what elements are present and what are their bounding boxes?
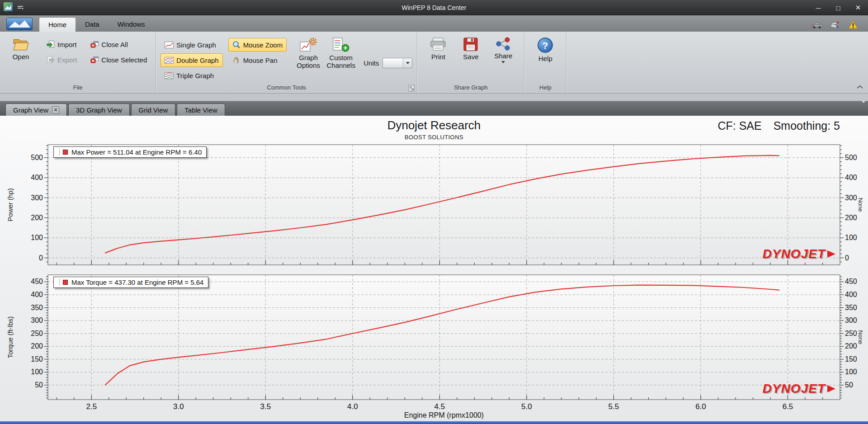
- svg-text:50: 50: [845, 381, 853, 389]
- maximize-button[interactable]: □: [828, 1, 848, 14]
- power-right-axis-label: None: [857, 198, 864, 212]
- torque-series-swatch-icon: [63, 280, 68, 285]
- graph-options-label: Graph Options: [294, 54, 322, 69]
- graph-options-icon: [300, 37, 317, 52]
- units-dropdown-arrow-icon[interactable]: [403, 58, 412, 68]
- collapse-ribbon-button[interactable]: [856, 83, 863, 91]
- svg-text:300: 300: [845, 316, 857, 324]
- window-title: WinPEP 8 Data Center: [0, 4, 868, 11]
- import-button[interactable]: Import: [42, 38, 81, 51]
- bottom-accent-bar: [0, 421, 868, 424]
- print-label: Print: [431, 53, 445, 61]
- svg-text:100: 100: [31, 234, 43, 241]
- share-button[interactable]: Share: [487, 34, 519, 63]
- svg-text:6.0: 6.0: [695, 402, 706, 411]
- units-dropdown[interactable]: [382, 58, 412, 68]
- svg-text:500: 500: [845, 154, 857, 161]
- tab-graph-view[interactable]: Graph View ✕: [5, 104, 67, 116]
- ribbon-group-help: ? Help Help: [524, 32, 566, 93]
- close-selected-icon: [90, 56, 99, 63]
- mouse-zoom-button[interactable]: Mouse Zoom: [228, 38, 287, 52]
- print-button[interactable]: Print: [422, 34, 454, 61]
- torque-chart-plot[interactable]: 5050100100150150200200250250300300350350…: [0, 272, 868, 421]
- common-tools-dialog-launcher[interactable]: [408, 85, 415, 91]
- svg-text:300: 300: [845, 194, 857, 202]
- save-button[interactable]: Save: [454, 34, 487, 61]
- tab-grid-view[interactable]: Grid View: [131, 104, 176, 116]
- legend-key-cell: [56, 278, 60, 286]
- titlebar: WinPEP 8 Data Center ─ □ ✕: [0, 0, 868, 15]
- chart-header: Dynojet Research BOOST SOLUTIONS CF: SAE…: [0, 116, 868, 141]
- power-legend-text: Max Power = 511.04 at Engine RPM = 6.40: [71, 148, 202, 156]
- close-button[interactable]: ✕: [848, 1, 868, 14]
- ribbon-lower-strip: [0, 94, 868, 101]
- dynojet-logo-text: DYNOJET: [763, 382, 826, 396]
- help-label: Help: [538, 55, 552, 62]
- power-legend[interactable]: Max Power = 511.04 at Engine RPM = 6.40: [53, 146, 207, 158]
- app-icon[interactable]: [4, 2, 13, 13]
- svg-text:5.5: 5.5: [609, 402, 619, 411]
- correction-factor-label: CF: SAESmoothing: 5: [717, 119, 840, 132]
- open-folder-icon: [13, 37, 29, 52]
- tab-table-view[interactable]: Table View: [177, 104, 225, 116]
- tab-table-view-label: Table View: [184, 106, 217, 114]
- close-tab-icon[interactable]: ✕: [52, 106, 59, 113]
- svg-text:100: 100: [845, 234, 857, 241]
- share-dropdown-arrow-icon[interactable]: [501, 61, 505, 63]
- svg-text:3.5: 3.5: [260, 402, 271, 411]
- svg-text:200: 200: [845, 342, 857, 350]
- minimize-button[interactable]: ─: [808, 1, 828, 14]
- graph-view-panel: Dynojet Research BOOST SOLUTIONS CF: SAE…: [0, 116, 868, 424]
- share-label: Share: [494, 52, 512, 60]
- custom-channels-label: Custom Channels: [326, 54, 356, 69]
- common-tools-group-label: Common Tools: [156, 83, 417, 93]
- graph-options-button[interactable]: Graph Options: [292, 34, 325, 69]
- triple-graph-button[interactable]: Triple Graph: [160, 69, 222, 82]
- svg-text:500: 500: [31, 154, 43, 161]
- quick-access-icon[interactable]: [17, 5, 24, 10]
- help-button[interactable]: ? Help: [529, 34, 561, 62]
- view-tab-strip: Graph View ✕ 3D Graph View Grid View Tab…: [0, 101, 868, 116]
- double-graph-icon: [165, 57, 174, 64]
- mouse-pan-button[interactable]: Mouse Pan: [228, 53, 287, 67]
- svg-text:?: ?: [542, 40, 548, 51]
- ribbon-group-share-graph: Print Save Share Share Graph: [417, 32, 524, 93]
- power-chart-plot[interactable]: 00100100200200300300400400500500: [0, 141, 868, 272]
- tab-overflow-icon[interactable]: [862, 103, 865, 111]
- units-label: Units: [363, 59, 379, 67]
- double-graph-button[interactable]: Double Graph: [160, 53, 222, 67]
- svg-text:150: 150: [845, 355, 857, 363]
- svg-text:250: 250: [845, 330, 857, 337]
- skins-icon[interactable]: [830, 21, 841, 29]
- ribbon-tab-row: Home Data Windows: [0, 15, 868, 32]
- save-label: Save: [463, 53, 478, 61]
- ribbon-tab-data[interactable]: Data: [76, 17, 108, 32]
- vehicle-icon[interactable]: [811, 21, 823, 28]
- application-menu-button[interactable]: [6, 18, 33, 30]
- alerts-icon[interactable]: [848, 20, 858, 29]
- svg-text:350: 350: [845, 304, 857, 311]
- save-icon: [463, 37, 478, 52]
- torque-legend[interactable]: Max Torque = 437.30 at Engine RPM = 5.64: [53, 277, 208, 288]
- double-graph-label: Double Graph: [176, 57, 218, 64]
- close-selected-button[interactable]: Close Selected: [86, 53, 151, 66]
- dynojet-logo-text: DYNOJET: [763, 247, 826, 261]
- single-graph-button[interactable]: Single Graph: [160, 38, 222, 52]
- tab-3d-graph-view-label: 3D Graph View: [76, 106, 122, 114]
- ribbon-tab-home[interactable]: Home: [39, 17, 76, 32]
- close-all-button[interactable]: Close All: [86, 38, 151, 51]
- svg-text:4.5: 4.5: [434, 402, 445, 411]
- custom-channels-button[interactable]: Custom Channels: [325, 34, 357, 69]
- close-selected-label: Close Selected: [101, 56, 147, 64]
- mouse-zoom-icon: [232, 41, 241, 49]
- help-group-label: Help: [524, 83, 566, 93]
- mouse-pan-label: Mouse Pan: [243, 57, 278, 64]
- power-series-swatch-icon: [63, 150, 68, 155]
- svg-text:200: 200: [31, 214, 43, 221]
- help-icon: ?: [537, 37, 553, 53]
- tab-3d-graph-view[interactable]: 3D Graph View: [68, 104, 129, 116]
- dynojet-logo: DYNOJET: [763, 247, 835, 261]
- open-button[interactable]: Open: [5, 34, 37, 61]
- ribbon-tab-windows[interactable]: Windows: [108, 17, 154, 32]
- export-button[interactable]: Export: [42, 53, 81, 66]
